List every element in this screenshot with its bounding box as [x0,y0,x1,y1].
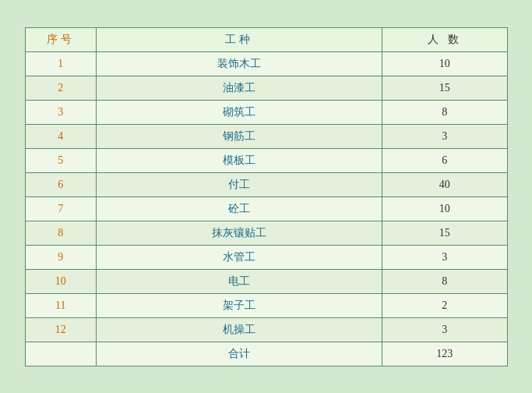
cell-count: 3 [382,317,507,342]
cell-seq: 9 [25,245,97,269]
cell-type: 砌筑工 [97,100,382,124]
cell-count: 3 [382,245,507,269]
cell-count: 2 [382,293,507,317]
cell-type: 模板工 [97,148,382,172]
table-container: 序号 工种 人 数 1装饰木工102油漆工153砌筑工84钢筋工35模板工66付… [17,19,516,374]
total-row: 合计123 [25,342,507,366]
cell-type: 电工 [97,269,382,293]
table-row: 2油漆工15 [25,76,507,100]
cell-seq: 3 [25,100,97,124]
header-count: 人 数 [382,27,507,51]
cell-seq: 12 [25,317,97,342]
cell-type: 付工 [97,172,382,196]
cell-count: 15 [382,76,507,100]
cell-type: 抹灰镶贴工 [97,221,382,245]
table-row: 7砼工10 [25,196,507,221]
table-row: 1装饰木工10 [25,51,507,76]
cell-seq: 11 [25,293,97,317]
cell-seq: 4 [25,124,97,148]
cell-type: 油漆工 [97,76,382,100]
cell-count: 8 [382,100,507,124]
cell-type: 砼工 [97,196,382,221]
cell-seq: 1 [25,51,97,76]
total-seq [25,342,97,366]
cell-count: 40 [382,172,507,196]
table-row: 6付工40 [25,172,507,196]
cell-seq: 2 [25,76,97,100]
cell-count: 15 [382,221,507,245]
table-row: 8抹灰镶贴工15 [25,221,507,245]
table-row: 5模板工6 [25,148,507,172]
labor-table: 序号 工种 人 数 1装饰木工102油漆工153砌筑工84钢筋工35模板工66付… [25,27,508,366]
cell-type: 机操工 [97,317,382,342]
table-row: 10电工8 [25,269,507,293]
cell-type: 架子工 [97,293,382,317]
total-count: 123 [382,342,507,366]
cell-count: 10 [382,51,507,76]
table-row: 4钢筋工3 [25,124,507,148]
total-label: 合计 [97,342,382,366]
header-row: 序号 工种 人 数 [25,27,507,51]
cell-count: 10 [382,196,507,221]
cell-seq: 8 [25,221,97,245]
table-row: 9水管工3 [25,245,507,269]
cell-count: 3 [382,124,507,148]
cell-type: 水管工 [97,245,382,269]
cell-count: 8 [382,269,507,293]
header-type: 工种 [97,27,382,51]
header-seq: 序号 [25,27,97,51]
table-row: 12机操工3 [25,317,507,342]
cell-seq: 7 [25,196,97,221]
cell-type: 装饰木工 [97,51,382,76]
cell-seq: 6 [25,172,97,196]
cell-type: 钢筋工 [97,124,382,148]
table-row: 3砌筑工8 [25,100,507,124]
cell-seq: 10 [25,269,97,293]
cell-seq: 5 [25,148,97,172]
cell-count: 6 [382,148,507,172]
table-row: 11架子工2 [25,293,507,317]
